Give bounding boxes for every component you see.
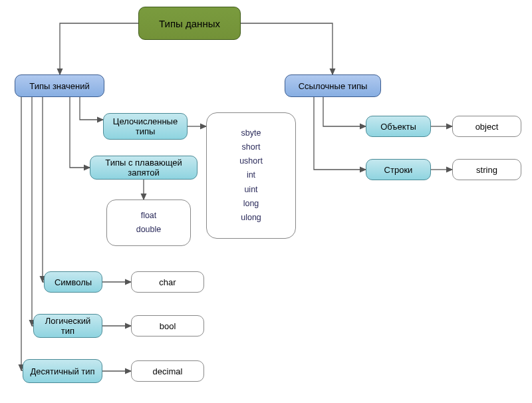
ref-types-node: Ссылочные типы bbox=[285, 74, 381, 97]
objects-label: Объекты bbox=[380, 122, 416, 132]
list-item: short bbox=[242, 140, 261, 154]
decimal-node: Десятичный тип bbox=[23, 359, 102, 383]
symbols-label: Символы bbox=[55, 277, 92, 287]
value-types-node: Типы значений bbox=[15, 74, 104, 97]
char-box: char bbox=[131, 271, 204, 293]
decimal-val-label: decimal bbox=[153, 366, 183, 376]
char-label: char bbox=[159, 277, 176, 287]
integer-types-label: Целочисленные типы bbox=[109, 116, 182, 136]
float-types-node: Типы с плавающей запятой bbox=[90, 156, 198, 180]
float-list-box: floatdouble bbox=[106, 200, 191, 246]
bool-box: bool bbox=[131, 315, 204, 336]
symbols-node: Символы bbox=[44, 271, 102, 293]
list-item: ushort bbox=[239, 154, 263, 168]
root-label: Типы данных bbox=[159, 18, 220, 29]
list-item: sbyte bbox=[241, 126, 261, 140]
string-label: string bbox=[476, 165, 497, 175]
decimal-box: decimal bbox=[131, 360, 204, 382]
objects-node: Объекты bbox=[366, 116, 431, 137]
value-types-label: Типы значений bbox=[29, 81, 89, 91]
list-item: int bbox=[247, 168, 255, 182]
logical-node: Логический тип bbox=[33, 314, 102, 338]
string-box: string bbox=[452, 159, 521, 180]
logical-label: Логический тип bbox=[39, 316, 96, 336]
list-item: float bbox=[141, 209, 157, 223]
strings-node: Строки bbox=[366, 159, 431, 180]
strings-label: Строки bbox=[384, 165, 413, 175]
list-item: uint bbox=[244, 183, 257, 197]
decimal-label: Десятичный тип bbox=[30, 366, 94, 376]
integer-list-box: sbyteshortushortintuintlongulong bbox=[206, 112, 296, 239]
bool-label: bool bbox=[160, 321, 176, 331]
list-item: ulong bbox=[241, 211, 261, 225]
integer-types-node: Целочисленные типы bbox=[103, 113, 188, 140]
float-types-label: Типы с плавающей запятой bbox=[96, 158, 192, 178]
list-item: double bbox=[136, 223, 162, 237]
ref-types-label: Ссылочные типы bbox=[299, 81, 368, 91]
root-node: Типы данных bbox=[138, 7, 241, 40]
list-item: long bbox=[243, 197, 259, 211]
diagram-canvas: Типы данных Типы значений Ссылочные типы… bbox=[0, 0, 532, 403]
object-label: object bbox=[475, 122, 499, 132]
object-box: object bbox=[452, 116, 521, 137]
